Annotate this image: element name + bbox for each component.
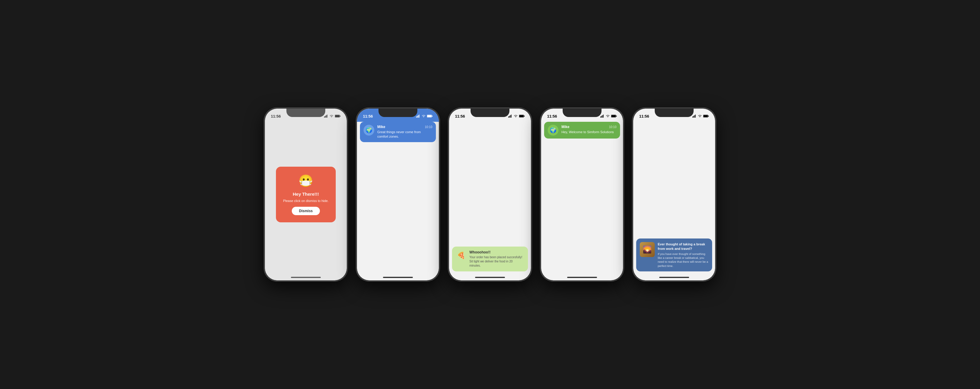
dismiss-button-1[interactable]: Dismiss bbox=[292, 207, 320, 215]
signal-icon-2 bbox=[416, 115, 420, 118]
bottom-toast-msg-3: Your order has been placed succesfully! … bbox=[469, 255, 524, 268]
time-3: 11:56 bbox=[455, 114, 465, 118]
phone-4-screen: 11:56 bbox=[541, 108, 623, 281]
svg-rect-26 bbox=[611, 115, 616, 117]
alert-emoji-1: 😷 bbox=[282, 174, 330, 188]
bottom-toast-content-3: Whooohoo!! Your order has been placed su… bbox=[469, 250, 524, 268]
svg-rect-30 bbox=[694, 115, 695, 118]
time-2: 11:56 bbox=[363, 114, 373, 118]
svg-rect-21 bbox=[600, 116, 601, 118]
toast-header-4: Mike 10:10 bbox=[562, 125, 616, 129]
wifi-icon-2 bbox=[422, 115, 426, 118]
wifi-icon-5 bbox=[698, 115, 702, 118]
bottom-floater-blue-5: 🌄 Ever thought of taking a break from wo… bbox=[636, 239, 712, 271]
svg-rect-14 bbox=[508, 116, 509, 118]
phones-container: 11:56 bbox=[264, 108, 716, 281]
signal-icon-5 bbox=[692, 115, 697, 118]
phone-2-screen: 11:56 bbox=[357, 108, 439, 281]
phone-2: 11:56 bbox=[356, 108, 440, 281]
svg-rect-33 bbox=[703, 115, 708, 117]
bottom-toast-green-3: 🍕 Whooohoo!! Your order has been placed … bbox=[452, 247, 528, 271]
svg-rect-29 bbox=[693, 116, 694, 118]
phone-4: 11:56 bbox=[540, 108, 624, 281]
phone-5-screen: 11:56 bbox=[633, 108, 715, 281]
home-indicator-5 bbox=[659, 277, 689, 278]
svg-rect-34 bbox=[708, 115, 709, 117]
toast-avatar-2: 🌍 bbox=[364, 125, 374, 136]
alert-box-1: 😷 Hey There!!! Please click on dismiss t… bbox=[276, 167, 336, 222]
home-indicator-2 bbox=[383, 277, 413, 278]
status-bar-4: 11:56 bbox=[541, 108, 623, 122]
phone-5: 11:56 bbox=[632, 108, 716, 281]
alert-overlay-1: 😷 Hey There!!! Please click on dismiss t… bbox=[265, 108, 347, 281]
toast-message-2: Great things never come from comfort zon… bbox=[377, 130, 432, 139]
toast-message-4: Hey, Welcome to Simform Solutions bbox=[562, 130, 616, 134]
toast-content-4: Mike 10:10 Hey, Welcome to Simform Solut… bbox=[562, 125, 616, 134]
svg-rect-10 bbox=[419, 115, 420, 118]
battery-icon-5 bbox=[703, 115, 709, 118]
status-icons-3 bbox=[508, 115, 525, 118]
bottom-toast-icon-3: 🍕 bbox=[456, 250, 466, 261]
top-toast-green-4: 🌍 Mike 10:10 Hey, Welcome to Simform Sol… bbox=[544, 122, 620, 139]
toast-name-4: Mike bbox=[562, 125, 570, 129]
svg-rect-16 bbox=[510, 115, 511, 118]
toast-header-2: Mike 10:10 bbox=[377, 125, 432, 129]
toast-time-2: 10:10 bbox=[425, 125, 432, 129]
svg-rect-27 bbox=[616, 115, 617, 117]
status-bar-2: 11:56 bbox=[357, 108, 439, 122]
floater-title-5: Ever thought of taking a break from work… bbox=[658, 242, 708, 251]
home-indicator-3 bbox=[475, 277, 505, 278]
svg-rect-19 bbox=[519, 115, 524, 117]
phone-3-screen: 11:56 bbox=[449, 108, 531, 281]
floater-image-5: 🌄 bbox=[640, 242, 655, 257]
svg-rect-23 bbox=[602, 115, 603, 118]
phone-1: 11:56 bbox=[264, 108, 348, 281]
alert-title-1: Hey There!!! bbox=[282, 191, 330, 197]
signal-icon-3 bbox=[508, 115, 512, 118]
svg-rect-9 bbox=[418, 115, 418, 118]
toast-content-2: Mike 10:10 Great things never come from … bbox=[377, 125, 432, 139]
battery-icon-4 bbox=[611, 115, 617, 118]
phone-1-screen: 11:56 bbox=[265, 108, 347, 281]
svg-rect-15 bbox=[509, 116, 510, 118]
toast-time-4: 10:10 bbox=[609, 125, 616, 129]
svg-rect-28 bbox=[692, 116, 693, 118]
bottom-toast-title-3: Whooohoo!! bbox=[469, 250, 524, 254]
svg-rect-20 bbox=[524, 115, 525, 117]
phone-3: 11:56 bbox=[448, 108, 532, 281]
status-icons-2 bbox=[416, 115, 433, 118]
home-indicator-4 bbox=[567, 277, 597, 278]
battery-icon-2 bbox=[427, 115, 433, 118]
floater-msg-5: If you have ever thought of something li… bbox=[658, 252, 708, 268]
signal-icon-4 bbox=[600, 115, 605, 118]
svg-rect-22 bbox=[601, 116, 602, 118]
top-toast-blue-2: 🌍 Mike 10:10 Great things never come fro… bbox=[360, 122, 436, 142]
svg-rect-24 bbox=[603, 115, 604, 118]
toast-name-2: Mike bbox=[377, 125, 385, 129]
svg-rect-8 bbox=[417, 116, 418, 118]
svg-rect-17 bbox=[511, 115, 512, 118]
svg-rect-12 bbox=[427, 115, 432, 117]
time-5: 11:56 bbox=[639, 114, 649, 118]
status-bar-3: 11:56 bbox=[449, 108, 531, 122]
status-icons-5 bbox=[692, 115, 709, 118]
status-bar-5: 11:56 bbox=[633, 108, 715, 122]
svg-rect-31 bbox=[695, 115, 696, 118]
svg-rect-13 bbox=[432, 115, 433, 117]
battery-icon-3 bbox=[519, 115, 525, 118]
alert-subtitle-1: Please click on dismiss to hide. bbox=[282, 199, 330, 202]
floater-content-5: Ever thought of taking a break from work… bbox=[658, 242, 708, 268]
time-4: 11:56 bbox=[547, 114, 557, 118]
svg-rect-7 bbox=[416, 116, 417, 118]
toast-avatar-4: 🌍 bbox=[548, 125, 558, 136]
wifi-icon-3 bbox=[514, 115, 518, 118]
wifi-icon-4 bbox=[606, 115, 610, 118]
status-icons-4 bbox=[600, 115, 617, 118]
